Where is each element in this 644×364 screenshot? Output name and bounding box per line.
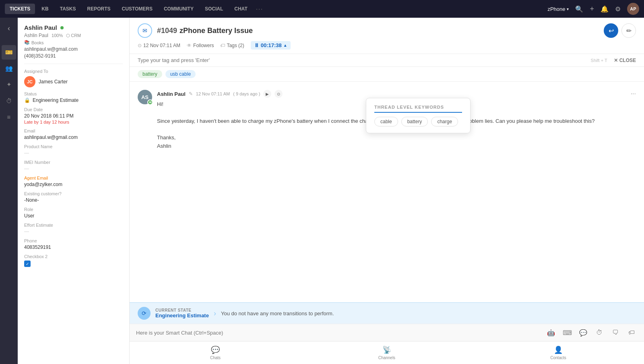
sidebar-icon-history[interactable]: ⏱: [2, 93, 16, 108]
nav-tasks[interactable]: TASKS: [55, 4, 81, 14]
nav-kb[interactable]: KB: [37, 4, 53, 14]
imei-value: —: [24, 166, 123, 172]
existing-customer-label: Existing customer?: [24, 191, 123, 196]
toolbar-bubble-icon[interactable]: 🗨: [609, 327, 621, 339]
imei-label: IMEI Number: [24, 160, 123, 165]
product-name-value: —: [24, 150, 123, 156]
nav-social[interactable]: SOCIAL: [200, 4, 228, 14]
phone-label: Phone: [24, 238, 123, 243]
nav-reports[interactable]: REPORTS: [82, 4, 115, 14]
shortcut-hint: Shift + T: [591, 58, 607, 63]
msg-edit-icon: ✎: [189, 91, 193, 97]
phone-value: 4083529191: [24, 244, 123, 250]
msg-time: 12 Nov 07:11 AM: [196, 91, 230, 96]
chats-label: Chats: [210, 356, 221, 360]
toolbar-keyboard-icon[interactable]: ⌨: [561, 327, 573, 339]
ticket-icon: ✉: [138, 23, 152, 38]
back-button[interactable]: ‹: [2, 21, 16, 35]
due-status: Late by 1 day 12 hours: [24, 120, 123, 124]
effort-value: —: [24, 229, 123, 234]
settings-icon[interactable]: ⚙: [615, 5, 621, 13]
status-label: Status: [24, 91, 123, 96]
agent-email-label: Agent Email: [24, 176, 123, 180]
ticket-area: ✉ #1049 zPhone Battery Issue ↩ ✏ ⊙: [130, 18, 644, 364]
state-message: You do not have any more transitions to …: [221, 310, 334, 316]
ticket-meta: ⊙ 12 Nov 07:11 AM 👁 Followers 🏷 Tags (2)…: [138, 41, 636, 54]
nav-customers[interactable]: CUSTOMERS: [117, 4, 157, 14]
assignee-avatar: JC: [24, 76, 35, 87]
bottom-toolbar: 🤖 ⌨ 💬 ⏱ 🗨 🏷: [130, 324, 644, 341]
email-value: ashlinpaul.w@gmail.com: [24, 134, 123, 140]
msg-more-btn[interactable]: ···: [631, 90, 636, 97]
bottom-nav-channels[interactable]: 📡 Channels: [301, 344, 473, 362]
keyword-chip-charge[interactable]: charge: [431, 117, 458, 126]
sidebar-icon-stack[interactable]: ≡: [2, 110, 16, 124]
timer-value: 00:17:38: [261, 42, 282, 48]
keyword-chip-battery[interactable]: battery: [401, 117, 428, 126]
contact-name-sub: Ashlin Paul: [24, 33, 48, 38]
ticket-timer[interactable]: ⏸ 00:17:38 ▲: [251, 41, 291, 50]
contact-percentage: 100%: [52, 33, 63, 38]
toolbar-ai-icon[interactable]: 🤖: [545, 327, 557, 339]
search-icon[interactable]: 🔍: [575, 5, 583, 13]
notification-icon[interactable]: 🔔: [601, 5, 609, 13]
message-avatar: AS ✉: [138, 90, 152, 104]
followers-icon: 👁: [187, 43, 192, 48]
tags-row: battery usb cable: [130, 67, 644, 82]
tag-battery[interactable]: battery: [138, 70, 162, 78]
lock-icon: 🔒: [24, 97, 30, 103]
contact-phone-display: (408)352-9191: [24, 53, 123, 59]
close-button[interactable]: ✕ CLOSE: [614, 58, 636, 63]
state-arrow-icon: ›: [214, 309, 216, 318]
top-nav: TICKETS KB TASKS REPORTS CUSTOMERS COMMU…: [0, 0, 644, 18]
crm-icon: ⬡: [66, 33, 70, 38]
existing-customer-value: -None-: [24, 197, 123, 203]
email-label: Email: [24, 128, 123, 133]
ticket-followers[interactable]: 👁 Followers: [187, 43, 214, 48]
keyword-popup-title: THREAD LEVEL KEYWORDS: [374, 105, 462, 113]
note-button[interactable]: ✏: [621, 23, 636, 38]
msg-header: Ashlin Paul ✎ 12 Nov 07:11 AM ( 9 days a…: [157, 90, 636, 98]
tag-input[interactable]: [138, 57, 591, 63]
pause-icon: ⏸: [254, 42, 259, 48]
chats-icon: 💬: [211, 345, 220, 354]
tag-usb-cable[interactable]: usb cable: [165, 70, 196, 78]
reply-button[interactable]: ↩: [604, 23, 618, 38]
sidebar-icon-ticket[interactable]: 🎫: [2, 45, 16, 60]
smart-chat-input[interactable]: [136, 330, 541, 336]
timer-up-icon: ▲: [283, 43, 287, 48]
channels-label: Channels: [378, 356, 395, 360]
bottom-nav-chats[interactable]: 💬 Chats: [130, 344, 301, 362]
keyword-popup: THREAD LEVEL KEYWORDS cable battery char…: [366, 98, 471, 133]
sidebar-icon-star[interactable]: ✦: [2, 77, 16, 92]
ticket-date: ⊙ 12 Nov 07:11 AM: [138, 43, 180, 48]
toolbar-chat-icon[interactable]: 💬: [577, 327, 589, 339]
ticket-tags[interactable]: 🏷 Tags (2): [220, 43, 244, 48]
nav-tickets[interactable]: TICKETS: [5, 4, 35, 14]
role-value: User: [24, 213, 123, 219]
app-name: zPhone ▾: [547, 6, 569, 12]
nav-chat[interactable]: CHAT: [229, 4, 252, 14]
bottom-nav-contacts[interactable]: 👤 Contacts: [473, 344, 644, 362]
tag-icon: 🏷: [220, 43, 225, 48]
sidebar-icon-users[interactable]: 👥: [2, 61, 16, 76]
assigned-to-label: Assigned To: [24, 69, 123, 74]
checkbox2-value[interactable]: ✓: [24, 261, 31, 267]
msg-target-btn[interactable]: ⊙: [275, 90, 283, 98]
add-icon[interactable]: +: [590, 5, 594, 13]
tag-input-area: Shift + T ✕ CLOSE: [130, 54, 644, 67]
state-icon: ⟳: [138, 307, 151, 320]
product-name-label: Product Name: [24, 144, 123, 149]
toolbar-tag-icon[interactable]: 🏷: [625, 327, 638, 339]
nav-more-icon[interactable]: ⋯: [254, 4, 264, 13]
role-label: Role: [24, 207, 123, 212]
toolbar-clock-icon[interactable]: ⏱: [593, 327, 605, 339]
keyword-chip-cable[interactable]: cable: [374, 117, 398, 126]
msg-play-btn[interactable]: ▶: [263, 90, 271, 98]
nav-community[interactable]: COMMUNITY: [159, 4, 198, 14]
contact-crm-tag[interactable]: ⬡ CRM: [66, 33, 81, 38]
contact-books[interactable]: 📚 Books: [24, 40, 123, 45]
contact-email-display: ashlinpaul.w@gmail.com: [24, 46, 123, 52]
user-avatar[interactable]: AP: [627, 3, 639, 15]
message-status-icon: ✉: [147, 99, 153, 105]
